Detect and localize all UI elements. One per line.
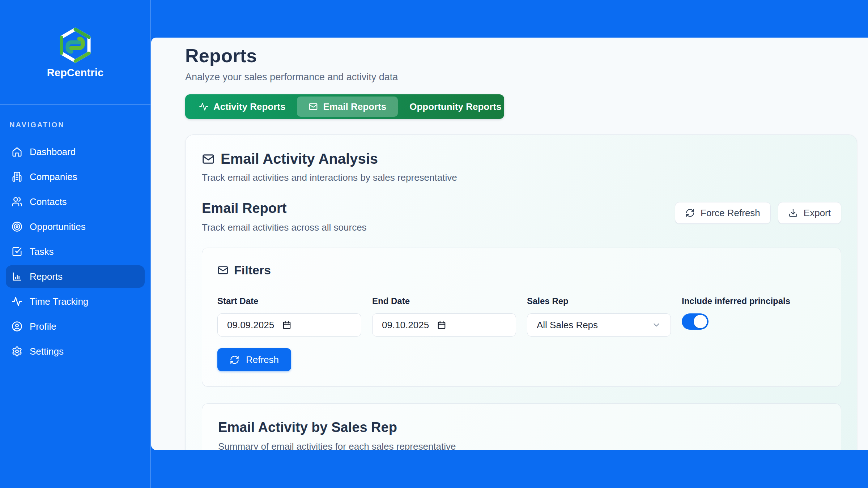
- filters-header: Filters: [217, 263, 826, 277]
- activity-icon: [12, 296, 22, 307]
- analysis-title: Email Activity Analysis: [221, 151, 378, 167]
- sidebar-item-dashboard[interactable]: Dashboard: [6, 141, 145, 163]
- sidebar-item-reports[interactable]: Reports: [6, 265, 145, 288]
- filters-title: Filters: [234, 263, 271, 277]
- sidebar-item-label: Profile: [30, 321, 56, 332]
- email-report-title: Email Report: [202, 201, 367, 216]
- bar-chart-icon: [12, 271, 22, 282]
- filters-card: Filters Start Date 09.09.2025 End Date 0…: [202, 248, 841, 387]
- sales-rep-label: Sales Rep: [527, 296, 671, 306]
- tab-label: Activity Reports: [213, 101, 285, 112]
- inferred-principals-label: Include inferred principals: [682, 296, 826, 306]
- force-refresh-label: Force Refresh: [701, 207, 760, 219]
- filters-grid: Start Date 09.09.2025 End Date 09.10.202…: [217, 296, 826, 337]
- target-icon: [12, 221, 22, 232]
- tab-opportunity-reports[interactable]: Opportunity Reports: [398, 97, 513, 117]
- email-report-subtitle: Track email activities across all source…: [202, 222, 367, 233]
- sidebar-item-label: Time Tracking: [30, 296, 88, 307]
- building-icon: [12, 171, 22, 182]
- email-activity-analysis-card: Email Activity Analysis Track email acti…: [185, 134, 857, 450]
- sales-rep-value: All Sales Reps: [537, 320, 598, 331]
- sidebar-item-profile[interactable]: Profile: [6, 315, 145, 338]
- start-date-value: 09.09.2025: [227, 320, 274, 331]
- mail-icon: [202, 153, 215, 166]
- end-date-label: End Date: [372, 296, 516, 306]
- sidebar-item-opportunities[interactable]: Opportunities: [6, 215, 145, 238]
- report-actions: Force Refresh Export: [675, 202, 841, 224]
- inferred-principals-field: Include inferred principals: [682, 296, 826, 337]
- sidebar-item-time-tracking[interactable]: Time Tracking: [6, 290, 145, 313]
- calendar-icon[interactable]: [282, 320, 292, 330]
- export-label: Export: [804, 207, 831, 219]
- brand-name: RepCentric: [47, 67, 104, 79]
- report-tabs: Activity Reports Email Reports Opportuni…: [185, 94, 504, 119]
- page-subtitle: Analyze your sales performance and activ…: [185, 72, 857, 83]
- email-report-heading-block: Email Report Track email activities acro…: [202, 201, 367, 233]
- email-activity-by-rep-card: Email Activity by Sales Rep Summary of e…: [202, 403, 841, 450]
- email-report-header-row: Email Report Track email activities acro…: [202, 201, 841, 233]
- end-date-field: End Date 09.10.2025: [372, 296, 516, 337]
- sidebar-item-label: Dashboard: [30, 146, 76, 158]
- repcentric-logo-icon: [57, 27, 93, 63]
- tab-label: Email Reports: [323, 101, 386, 112]
- refresh-button[interactable]: Refresh: [217, 348, 291, 371]
- home-icon: [12, 146, 22, 157]
- tab-activity-reports[interactable]: Activity Reports: [187, 97, 297, 117]
- download-icon: [788, 208, 798, 218]
- sidebar-item-label: Opportunities: [30, 221, 86, 232]
- start-date-label: Start Date: [217, 296, 361, 306]
- sidebar-item-settings[interactable]: Settings: [6, 340, 145, 363]
- page-title: Reports: [185, 45, 857, 67]
- force-refresh-button[interactable]: Force Refresh: [675, 202, 771, 224]
- mail-icon: [309, 102, 318, 111]
- mail-icon: [217, 265, 229, 276]
- sales-rep-field: Sales Rep All Sales Reps: [527, 296, 671, 337]
- calendar-icon[interactable]: [437, 320, 446, 330]
- sidebar-item-contacts[interactable]: Contacts: [6, 191, 145, 213]
- sidebar-item-companies[interactable]: Companies: [6, 166, 145, 188]
- gear-icon: [12, 346, 22, 357]
- tab-email-reports[interactable]: Email Reports: [297, 97, 398, 117]
- activity-icon: [199, 102, 208, 111]
- tab-label: Opportunity Reports: [409, 101, 501, 112]
- sales-rep-select[interactable]: All Sales Reps: [527, 313, 671, 337]
- sidebar-item-label: Companies: [30, 171, 77, 183]
- refresh-label: Refresh: [246, 354, 279, 365]
- chevron-down-icon: [652, 320, 661, 330]
- refresh-icon: [685, 208, 695, 218]
- sidebar-item-label: Contacts: [30, 196, 67, 207]
- export-button[interactable]: Export: [778, 202, 841, 224]
- refresh-icon: [230, 355, 239, 365]
- toggle-knob: [694, 315, 707, 328]
- end-date-value: 09.10.2025: [382, 320, 429, 331]
- brand-logo-block: RepCentric: [0, 0, 150, 105]
- sidebar-item-label: Tasks: [30, 246, 54, 257]
- nav-section-label: NAVIGATION: [9, 121, 145, 129]
- main-panel: Reports Analyze your sales performance a…: [151, 38, 868, 450]
- analysis-subtitle: Track email activities and interactions …: [202, 172, 841, 183]
- rep-card-title: Email Activity by Sales Rep: [218, 420, 825, 435]
- rep-card-subtitle: Summary of email activities for each sal…: [218, 441, 825, 450]
- analysis-card-header: Email Activity Analysis: [202, 151, 841, 167]
- sidebar-item-tasks[interactable]: Tasks: [6, 240, 145, 263]
- users-icon: [12, 196, 22, 207]
- sidebar: RepCentric NAVIGATION Dashboard Companie…: [0, 0, 151, 488]
- start-date-field: Start Date 09.09.2025: [217, 296, 361, 337]
- app-root: RepCentric NAVIGATION Dashboard Companie…: [0, 0, 868, 488]
- check-square-icon: [12, 246, 22, 257]
- end-date-input[interactable]: 09.10.2025: [372, 313, 516, 337]
- start-date-input[interactable]: 09.09.2025: [217, 313, 361, 337]
- user-circle-icon: [12, 321, 22, 332]
- sidebar-item-label: Settings: [30, 346, 64, 357]
- include-inferred-toggle[interactable]: [682, 313, 709, 330]
- sidebar-nav: NAVIGATION Dashboard Companies Contacts …: [0, 105, 150, 363]
- sidebar-item-label: Reports: [30, 271, 63, 282]
